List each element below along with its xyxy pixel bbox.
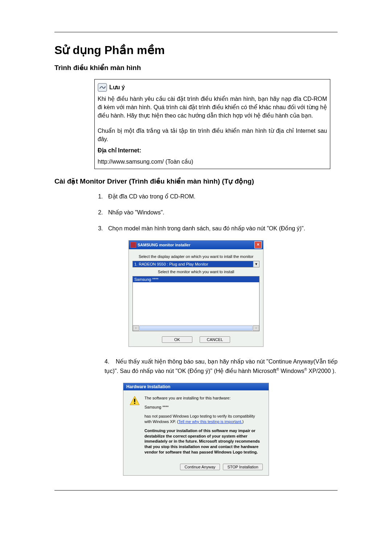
internet-address-label: Địa chỉ Internet: — [98, 147, 141, 153]
stop-installation-button[interactable]: STOP Installation — [223, 464, 263, 470]
warning-icon — [129, 395, 140, 406]
note-icon — [98, 83, 107, 92]
top-rule — [54, 32, 338, 32]
page-title: Sử dụng Phần mềm — [54, 43, 338, 57]
scroll-thumb[interactable] — [139, 326, 253, 331]
installer-label-2: Select the monitor which you want to ins… — [132, 270, 260, 274]
note-paragraph-1: Khi hệ điều hành yêu cầu cài đặt trình đ… — [95, 93, 330, 123]
bottom-rule — [54, 490, 338, 491]
monitor-list-item[interactable]: Samsung **** — [133, 276, 259, 282]
step-4-text-c: XP/2000 ). — [307, 368, 336, 374]
hw-msg-1: The software you are installing for this… — [144, 395, 263, 401]
installer-titlebar: SAMSUNG monitor installer × — [129, 241, 263, 249]
note-label: Lưu ý — [109, 83, 125, 91]
scroll-left-icon[interactable]: ‹ — [133, 325, 139, 331]
section-heading-1: Trình điều khiển màn hình — [54, 63, 338, 72]
registered-mark-1: ® — [276, 367, 279, 371]
horizontal-scrollbar[interactable]: ‹ › — [133, 325, 259, 331]
steps-list: Đặt đĩa CD vào trong ổ CD-ROM. Nhấp vào … — [94, 192, 338, 233]
section-heading-2: Cài đặt Monitor Driver (Trình điều khiển… — [54, 177, 338, 185]
installer-title: SAMSUNG monitor installer — [138, 243, 190, 247]
continue-anyway-button[interactable]: Continue Anyway — [180, 464, 220, 470]
svg-rect-3 — [134, 403, 135, 404]
installer-app-icon — [130, 242, 136, 248]
hw-msg-2: Samsung **** — [144, 405, 263, 410]
monitor-listbox[interactable]: Samsung **** ‹ › — [132, 276, 260, 331]
cancel-button[interactable]: CANCEL — [200, 336, 230, 343]
hardware-dialog: Hardware Installation The software you a… — [123, 383, 269, 476]
step-4-number: 4. — [105, 357, 114, 366]
svg-rect-2 — [134, 399, 135, 402]
step-3: Chọn model màn hình trong danh sách, sau… — [105, 224, 338, 233]
registered-mark-2: ® — [304, 367, 307, 371]
ok-button[interactable]: OK — [162, 336, 192, 343]
internet-address: http://www.samsung.com/ (Toàn cầu) — [95, 155, 330, 169]
adapter-selected: 1. RADEON 9550 : Plug and Play Monitor — [133, 261, 253, 267]
chevron-down-icon[interactable]: ▼ — [253, 261, 259, 267]
adapter-combobox[interactable]: 1. RADEON 9550 : Plug and Play Monitor ▼ — [132, 261, 260, 267]
installer-label-1: Select the display adapter on which you … — [132, 254, 260, 259]
scroll-right-icon[interactable]: › — [253, 325, 259, 331]
step-1: Đặt đĩa CD vào trong ổ CD-ROM. — [105, 192, 338, 201]
hardware-title: Hardware Installation — [123, 383, 269, 390]
note-box: Lưu ý Khi hệ điều hành yêu cầu cài đặt t… — [94, 79, 330, 169]
close-icon[interactable]: × — [254, 241, 262, 249]
step-4-text-b: Windows — [279, 368, 304, 374]
hw-msg-3: has not passed Windows Logo testing to v… — [144, 414, 263, 424]
why-testing-link[interactable]: Tell me why this testing is important. — [178, 419, 242, 424]
step-4: 4. Nếu thấy xuất hiện thông báo sau, bạn… — [94, 357, 338, 376]
hw-msg-4: Continuing your installation of this sof… — [144, 428, 263, 455]
step-2: Nhấp vào "Windows". — [105, 208, 338, 217]
installer-dialog: SAMSUNG monitor installer × Select the d… — [128, 240, 264, 347]
note-paragraph-2: Chuẩn bị một đĩa trắng và tải tập tin tr… — [95, 123, 330, 146]
